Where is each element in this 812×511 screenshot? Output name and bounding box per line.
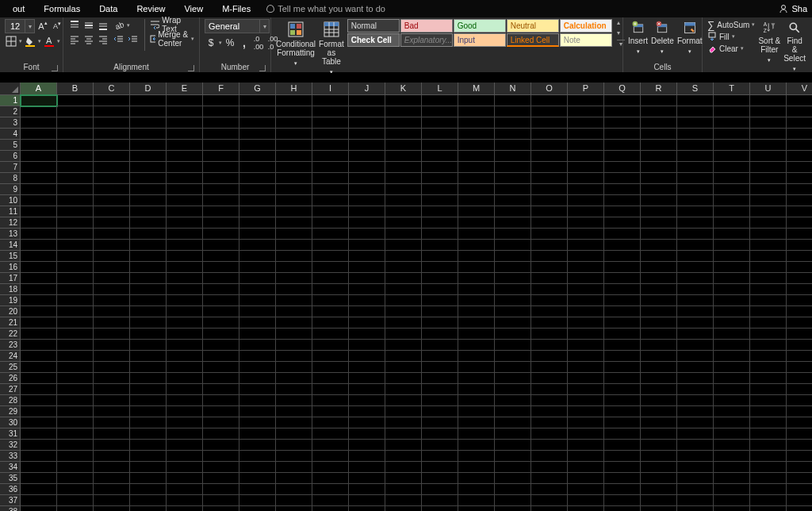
cell[interactable] bbox=[21, 484, 57, 495]
cell[interactable] bbox=[276, 206, 312, 217]
cell[interactable] bbox=[714, 240, 750, 251]
cell[interactable] bbox=[787, 173, 812, 184]
cell[interactable] bbox=[130, 273, 167, 284]
cell[interactable] bbox=[568, 251, 604, 262]
cell[interactable] bbox=[677, 306, 714, 317]
cell[interactable] bbox=[714, 295, 750, 306]
cell[interactable] bbox=[531, 451, 568, 462]
cell[interactable] bbox=[750, 428, 787, 440]
cell[interactable] bbox=[130, 462, 167, 473]
cell[interactable] bbox=[495, 251, 531, 262]
column-header[interactable]: H bbox=[276, 83, 312, 95]
cell-style-option[interactable]: Linked Cell bbox=[507, 33, 559, 47]
cell[interactable] bbox=[167, 340, 203, 351]
row-header[interactable]: 7 bbox=[0, 162, 21, 173]
cell[interactable] bbox=[167, 351, 203, 362]
increase-font-icon[interactable]: A▴ bbox=[36, 20, 49, 33]
cell[interactable] bbox=[714, 129, 750, 140]
row-header[interactable]: 26 bbox=[0, 373, 21, 384]
cell[interactable] bbox=[94, 351, 130, 362]
cell[interactable] bbox=[239, 206, 276, 217]
cell[interactable] bbox=[787, 340, 812, 351]
cell[interactable] bbox=[787, 273, 812, 284]
merge-center-button[interactable]: Merge & Center ▾ bbox=[150, 33, 194, 44]
cell[interactable] bbox=[312, 495, 349, 506]
chevron-down-icon[interactable]: ▾ bbox=[38, 38, 41, 44]
cell[interactable] bbox=[239, 229, 276, 240]
cell[interactable] bbox=[458, 206, 495, 217]
cell[interactable] bbox=[787, 451, 812, 462]
cell[interactable] bbox=[57, 106, 94, 117]
cell[interactable] bbox=[312, 295, 349, 306]
cell[interactable] bbox=[239, 506, 276, 511]
cell[interactable] bbox=[604, 473, 641, 484]
cell[interactable] bbox=[604, 284, 641, 295]
cell[interactable] bbox=[239, 306, 276, 317]
cell[interactable] bbox=[167, 117, 203, 129]
column-header[interactable]: L bbox=[422, 83, 458, 95]
cell[interactable] bbox=[167, 384, 203, 395]
row-header[interactable]: 8 bbox=[0, 173, 21, 184]
align-center-icon[interactable] bbox=[82, 33, 95, 46]
cell[interactable] bbox=[495, 295, 531, 306]
cell[interactable] bbox=[239, 484, 276, 495]
cell[interactable] bbox=[531, 384, 568, 395]
cell[interactable] bbox=[239, 273, 276, 284]
cell[interactable] bbox=[495, 506, 531, 511]
cell[interactable] bbox=[750, 506, 787, 511]
cell[interactable] bbox=[604, 95, 641, 106]
cell[interactable] bbox=[568, 440, 604, 451]
tab-data[interactable]: Data bbox=[90, 0, 127, 17]
cell[interactable] bbox=[57, 195, 94, 206]
cell[interactable] bbox=[568, 284, 604, 295]
cell[interactable] bbox=[203, 173, 239, 184]
cell[interactable] bbox=[130, 262, 167, 273]
cell[interactable] bbox=[203, 229, 239, 240]
cell[interactable] bbox=[422, 206, 458, 217]
cell[interactable] bbox=[385, 417, 422, 428]
cell[interactable] bbox=[714, 473, 750, 484]
cell[interactable] bbox=[349, 384, 385, 395]
cell[interactable] bbox=[458, 140, 495, 151]
cell[interactable] bbox=[750, 284, 787, 295]
cell[interactable] bbox=[312, 251, 349, 262]
insert-button[interactable]: Insert▾ bbox=[628, 19, 648, 56]
cell[interactable] bbox=[312, 373, 349, 384]
cell[interactable] bbox=[94, 473, 130, 484]
column-header[interactable]: G bbox=[239, 83, 276, 95]
cell[interactable] bbox=[458, 295, 495, 306]
cell[interactable] bbox=[604, 373, 641, 384]
cell[interactable] bbox=[714, 440, 750, 451]
row-header[interactable]: 28 bbox=[0, 395, 21, 406]
cell[interactable] bbox=[130, 129, 167, 140]
cell[interactable] bbox=[57, 462, 94, 473]
cell[interactable] bbox=[349, 395, 385, 406]
cell[interactable] bbox=[714, 362, 750, 373]
cell[interactable] bbox=[422, 384, 458, 395]
cell[interactable] bbox=[203, 251, 239, 262]
cell[interactable] bbox=[167, 317, 203, 328]
cell[interactable] bbox=[385, 473, 422, 484]
cell[interactable] bbox=[130, 451, 167, 462]
cell[interactable] bbox=[349, 284, 385, 295]
cell[interactable] bbox=[130, 495, 167, 506]
fill-color-icon[interactable] bbox=[24, 35, 36, 48]
cell[interactable] bbox=[276, 384, 312, 395]
cell-style-option[interactable]: Bad bbox=[400, 19, 453, 33]
cell[interactable] bbox=[21, 151, 57, 162]
cell[interactable] bbox=[714, 384, 750, 395]
cell[interactable] bbox=[458, 151, 495, 162]
cell[interactable] bbox=[677, 328, 714, 340]
cell[interactable] bbox=[677, 317, 714, 328]
cell[interactable] bbox=[750, 451, 787, 462]
cell[interactable] bbox=[203, 428, 239, 440]
cell[interactable] bbox=[568, 362, 604, 373]
cell[interactable] bbox=[495, 284, 531, 295]
cell[interactable] bbox=[130, 506, 167, 511]
cell[interactable] bbox=[276, 440, 312, 451]
row-header[interactable]: 14 bbox=[0, 240, 21, 251]
cell[interactable] bbox=[641, 151, 677, 162]
cell[interactable] bbox=[495, 240, 531, 251]
cell[interactable] bbox=[21, 184, 57, 195]
column-header[interactable]: Q bbox=[604, 83, 641, 95]
